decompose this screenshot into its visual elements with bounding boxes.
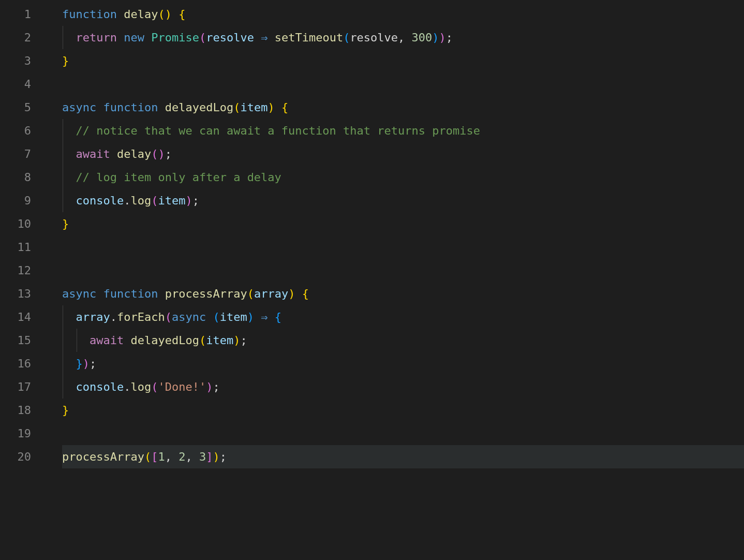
token-fn: delayedLog (130, 334, 199, 347)
token-par: array (76, 311, 110, 323)
token-obj: console (76, 380, 124, 393)
token-p3: ( (213, 311, 219, 323)
code-area[interactable]: function delay() { return new Promise(re… (41, 0, 744, 560)
token-par: item (240, 101, 267, 114)
token-fn: processArray (62, 450, 144, 463)
code-line[interactable]: async function delayedLog(item) { (62, 96, 744, 119)
code-line[interactable]: return new Promise(resolve ⇒ setTimeout(… (62, 26, 744, 49)
token-p1: } (62, 404, 69, 417)
token-sp (172, 450, 178, 463)
token-fn: log (130, 194, 151, 207)
token-punct: , (165, 450, 172, 463)
token-fn: delay (117, 148, 151, 160)
token-p1: () (158, 8, 172, 21)
token-p2: ) (206, 380, 213, 393)
token-sp (117, 8, 124, 21)
code-line[interactable]: }); (62, 352, 744, 375)
token-cls: Promise (151, 31, 199, 44)
indent-guide (77, 329, 77, 352)
token-kw: async (62, 101, 96, 114)
token-fn: setTimeout (275, 31, 343, 44)
indent-guide (63, 26, 63, 49)
token-kw: async (62, 287, 96, 300)
token-p2: ( (151, 380, 158, 393)
token-sp (192, 450, 199, 463)
token-sp (267, 311, 274, 323)
line-number: 5 (0, 96, 31, 119)
token-p1: } (62, 54, 69, 67)
token-punct: . (124, 194, 130, 207)
code-line[interactable]: } (62, 399, 744, 422)
token-punct: ; (90, 357, 96, 370)
token-num: 1 (158, 450, 165, 463)
code-line[interactable]: await delayedLog(item); (62, 329, 744, 352)
token-p1: { (281, 101, 288, 114)
token-com: // notice that we can await a function t… (76, 124, 480, 137)
line-number: 12 (0, 259, 31, 282)
token-ind (62, 148, 76, 160)
indent-guide (63, 166, 63, 189)
token-punct: . (110, 311, 117, 323)
line-number: 18 (0, 399, 31, 422)
token-p2: [ (151, 450, 158, 463)
token-p2: ( (151, 194, 158, 207)
line-number: 14 (0, 305, 31, 329)
code-line[interactable]: // notice that we can await a function t… (62, 119, 744, 142)
code-line[interactable]: array.forEach(async (item) ⇒ { (62, 305, 744, 329)
code-line[interactable] (62, 235, 744, 259)
token-p1: ( (144, 450, 151, 463)
token-p3: } (76, 357, 83, 370)
token-sp (96, 101, 103, 114)
token-fn: processArray (165, 287, 247, 300)
line-number: 9 (0, 189, 31, 212)
token-p3: ) (432, 31, 439, 44)
token-p2: ) (185, 194, 192, 207)
token-p3: ) (247, 311, 254, 323)
token-ctrl: return (76, 31, 117, 44)
code-line[interactable] (62, 422, 744, 445)
token-p1: ) (288, 287, 295, 300)
token-p2: () (151, 148, 165, 160)
token-punct: , (398, 31, 405, 44)
code-line[interactable]: processArray([1, 2, 3]); (62, 445, 744, 468)
line-number: 2 (0, 26, 31, 49)
token-kw: function (103, 287, 158, 300)
token-sp (124, 334, 130, 347)
token-p1: { (302, 287, 309, 300)
token-fn: delayedLog (165, 101, 233, 114)
line-number: 20 (0, 445, 31, 468)
token-arrow: ⇒ (261, 311, 267, 323)
code-line[interactable]: // log item only after a delay (62, 166, 744, 189)
code-line[interactable]: await delay(); (62, 142, 744, 166)
token-sp (144, 31, 151, 44)
token-id: resolve (350, 31, 398, 44)
code-line[interactable]: } (62, 212, 744, 235)
code-line[interactable]: console.log('Done!'); (62, 375, 744, 399)
token-sp (405, 31, 411, 44)
token-sp (96, 287, 103, 300)
code-line[interactable]: } (62, 49, 744, 72)
line-number: 15 (0, 329, 31, 352)
token-kw: async (172, 311, 206, 323)
line-number: 10 (0, 212, 31, 235)
code-line[interactable] (62, 259, 744, 282)
token-p1: { (178, 8, 185, 21)
line-number: 7 (0, 142, 31, 166)
token-par: item (158, 194, 185, 207)
token-p2: ) (83, 357, 90, 370)
code-line[interactable]: console.log(item); (62, 189, 744, 212)
code-editor[interactable]: 1234567891011121314151617181920 function… (0, 0, 744, 560)
token-ind (62, 171, 76, 184)
token-p1: ) (267, 101, 274, 114)
token-punct: ; (192, 194, 199, 207)
token-ind (62, 31, 76, 44)
code-line[interactable]: async function processArray(array) { (62, 282, 744, 305)
line-number: 13 (0, 282, 31, 305)
line-number: 4 (0, 72, 31, 96)
code-line[interactable] (62, 72, 744, 96)
code-line[interactable]: function delay() { (62, 3, 744, 26)
token-obj: console (76, 194, 124, 207)
token-fn: forEach (117, 311, 165, 323)
token-p1: ( (199, 334, 206, 347)
token-ctrl: await (76, 148, 110, 160)
